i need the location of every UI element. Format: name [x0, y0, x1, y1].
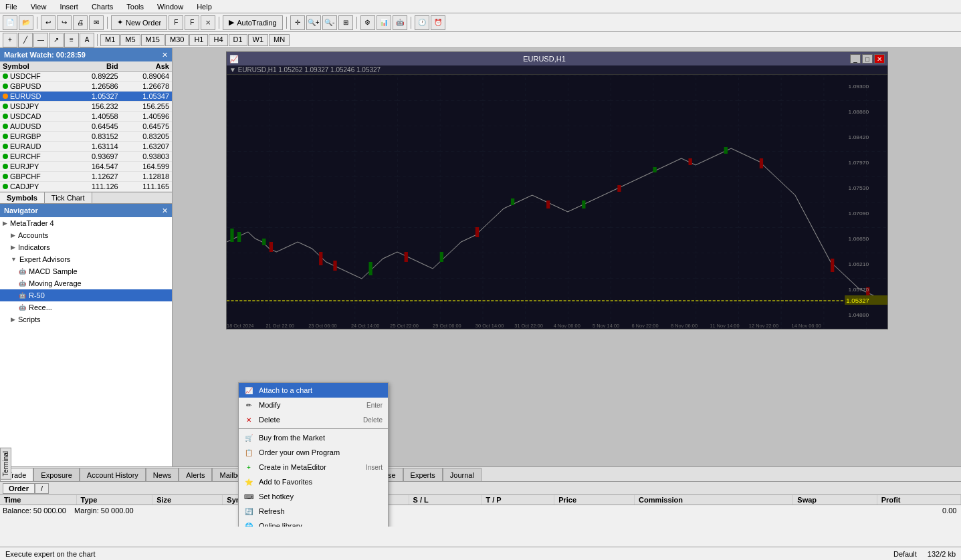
chart-maximize-btn[interactable]: □	[862, 54, 873, 63]
close-btn[interactable]: ⤫	[201, 15, 215, 30]
svg-text:18 Oct 2024: 18 Oct 2024	[227, 323, 254, 329]
ctx-refresh[interactable]: 🔄 Refresh	[239, 504, 388, 519]
mw-tab-symbols[interactable]: Symbols	[0, 192, 45, 203]
tf-d1[interactable]: D1	[229, 34, 247, 46]
tree-expand-icon: ▶	[3, 220, 7, 227]
crosshair-tool[interactable]: +	[3, 33, 17, 47]
sell-btn[interactable]: F	[185, 15, 199, 30]
edit-icon: ✏	[244, 400, 253, 410]
crosshair-btn[interactable]: ✛	[290, 15, 305, 30]
tf-m15[interactable]: M15	[141, 34, 165, 46]
ctx-buy-market[interactable]: 🛒 Buy from the Market	[239, 430, 388, 445]
market-watch-row[interactable]: AUDUSD 0.64545 0.64575	[0, 122, 172, 132]
undo-btn[interactable]: ↩	[41, 15, 56, 30]
menu-insert[interactable]: Insert	[57, 2, 81, 11]
market-watch-row[interactable]: EURCHF 0.93697 0.93803	[0, 152, 172, 162]
navigator-close[interactable]: ✕	[162, 206, 168, 215]
market-watch-row[interactable]: EURUSD 1.05327 1.05347	[0, 92, 172, 102]
mw-tab-tick[interactable]: Tick Chart	[45, 192, 92, 203]
text-tool[interactable]: A	[80, 33, 94, 47]
open-btn[interactable]: 📂	[19, 15, 33, 30]
tab-alerts[interactable]: Alerts	[179, 468, 212, 481]
ctx-add-favorites[interactable]: ⭐ Add to Favorites	[239, 474, 388, 489]
market-watch-row[interactable]: USDCHF 0.89225 0.89064	[0, 72, 172, 82]
terminal-vtab[interactable]: Terminal	[0, 448, 11, 480]
indicators-btn[interactable]: 📊	[377, 15, 391, 30]
zoom-out-btn[interactable]: 🔍-	[322, 15, 337, 30]
market-watch-close[interactable]: ✕	[162, 51, 168, 59]
ctx-delete[interactable]: ✕ Delete Delete	[239, 412, 388, 427]
chart-minimize-btn[interactable]: _	[850, 54, 861, 63]
tf-m30[interactable]: M30	[165, 34, 189, 46]
tf-m5[interactable]: M5	[120, 34, 140, 46]
tf-mn[interactable]: MN	[269, 34, 290, 46]
line-tool[interactable]: ╱	[18, 33, 33, 47]
chart-close-btn[interactable]: ✕	[874, 54, 885, 63]
trend-tool[interactable]: ↗	[49, 33, 64, 47]
menu-help[interactable]: Help	[194, 2, 215, 11]
market-watch-row[interactable]: GBPUSD 1.26586 1.26678	[0, 82, 172, 92]
new-order-btn[interactable]: ✦ New Order	[111, 15, 167, 30]
order-tab-order[interactable]: Order	[3, 483, 35, 494]
redo-btn[interactable]: ↪	[57, 15, 72, 30]
menu-tools[interactable]: Tools	[124, 2, 146, 11]
nav-tree-item[interactable]: 🤖 Moving Average	[0, 277, 172, 289]
email-btn[interactable]: ✉	[89, 15, 104, 30]
tab-journal[interactable]: Journal	[443, 468, 482, 481]
channel-tool[interactable]: ≡	[64, 33, 79, 47]
nav-tree-item[interactable]: 🤖 R-50	[0, 289, 172, 301]
symbol-bid: 1.63114	[70, 142, 121, 152]
tf-w1[interactable]: W1	[248, 34, 269, 46]
ctx-attach-chart[interactable]: 📈 Attach to a chart	[239, 383, 388, 398]
ctx-order-program[interactable]: 📋 Order your own Program	[239, 445, 388, 460]
menu-file[interactable]: File	[3, 2, 20, 11]
svg-rect-17	[617, 185, 621, 192]
print-btn[interactable]: 🖨	[73, 15, 88, 30]
menu-charts[interactable]: Charts	[89, 2, 116, 11]
ctx-create-editor[interactable]: + Create in MetaEditor Insert	[239, 460, 388, 474]
tab-account-history[interactable]: Account History	[80, 468, 146, 481]
tf-m1[interactable]: M1	[100, 34, 120, 46]
nav-tree-item[interactable]: ▶ Indicators	[0, 241, 172, 253]
nav-tree-item[interactable]: ▼ Expert Advisors	[0, 253, 172, 265]
nav-tree-item[interactable]: 🤖 MACD Sample	[0, 265, 172, 277]
ctx-hotkey-label: Set hotkey	[259, 493, 294, 501]
properties-btn[interactable]: ⚙	[360, 15, 375, 30]
tf-h1[interactable]: H1	[189, 34, 208, 46]
ctx-hotkey[interactable]: ⌨ Set hotkey	[239, 489, 388, 504]
symbol-ask: 1.63207	[121, 142, 172, 152]
chart-body[interactable]: 1.05327 1.09300 1.08860 1.08420 1.07970 …	[227, 75, 887, 329]
nav-tree-item[interactable]: ▶ MetaTrader 4	[0, 217, 172, 229]
market-watch-row[interactable]: EURAUD 1.63114 1.63207	[0, 142, 172, 152]
new-chart-btn[interactable]: 📄	[3, 15, 17, 30]
timeframe-toolbar: + ╱ — ↗ ≡ A M1 M5 M15 M30 H1 H4 D1 W1 MN	[0, 32, 961, 48]
full-chart-btn[interactable]: ⊞	[338, 15, 353, 30]
clock-btn[interactable]: 🕐	[415, 15, 429, 30]
expert-btn[interactable]: 🤖	[393, 15, 407, 30]
ctx-online-library[interactable]: 🌐 Online library	[239, 519, 388, 527]
market-watch-row[interactable]: USDCAD 1.40558 1.40596	[0, 112, 172, 122]
nav-tree-item[interactable]: ▶ Accounts	[0, 229, 172, 241]
market-watch-row[interactable]: EURGBP 0.83152 0.83205	[0, 132, 172, 142]
nav-tree-item[interactable]: 🤖 Rece...	[0, 301, 172, 313]
zoom-in-btn[interactable]: 🔍+	[306, 15, 321, 30]
svg-rect-14	[405, 252, 408, 262]
market-watch-row[interactable]: GBPCHF 1.12627 1.12818	[0, 172, 172, 182]
buy-btn[interactable]: F	[169, 15, 183, 30]
symbol-icon	[3, 184, 8, 189]
alarm-btn[interactable]: ⏰	[431, 15, 445, 30]
menu-window[interactable]: Window	[154, 2, 186, 11]
tab-exposure[interactable]: Exposure	[33, 468, 79, 481]
tab-experts[interactable]: Experts	[403, 468, 443, 481]
market-watch-row[interactable]: CADJPY 111.126 111.165	[0, 182, 172, 192]
tab-news[interactable]: News	[146, 468, 179, 481]
hline-tool[interactable]: —	[33, 33, 48, 47]
autotrading-btn[interactable]: ▶ AutoTrading	[223, 15, 283, 30]
market-watch-row[interactable]: USDJPY 156.232 156.255	[0, 102, 172, 112]
nav-tree-item[interactable]: ▶ Scripts	[0, 313, 172, 325]
market-watch-row[interactable]: EURJPY 164.547 164.599	[0, 162, 172, 172]
current-price-label: 1.05327	[846, 297, 869, 304]
ctx-modify[interactable]: ✏ Modify Enter	[239, 398, 388, 412]
menu-view[interactable]: View	[28, 2, 49, 11]
tf-h4[interactable]: H4	[209, 34, 227, 46]
